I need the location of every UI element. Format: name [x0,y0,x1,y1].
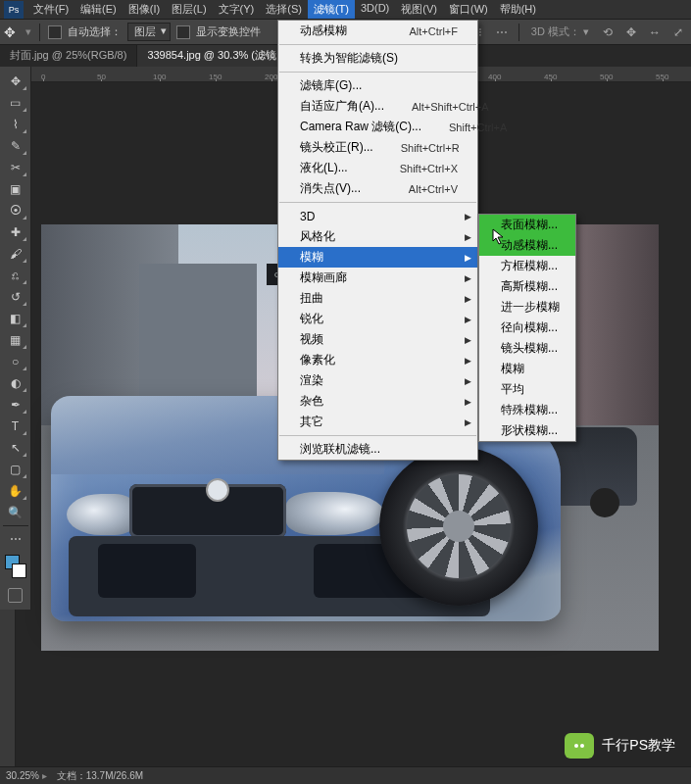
color-swatches[interactable] [3,553,28,580]
quick-select-tool[interactable]: ✎ [3,135,28,157]
move-tool[interactable]: ✥ [3,71,28,92]
auto-select-label: 自动选择： [68,24,122,39]
submenu-item[interactable]: 平均 [479,379,575,400]
menu-item[interactable]: 风格化 [278,226,477,247]
history-brush-tool[interactable]: ↺ [3,286,28,308]
edit-toolbar[interactable]: ⋯ [3,528,28,550]
marquee-tool[interactable]: ▭ [3,92,28,114]
menu-item[interactable]: 杂色 [278,391,477,412]
menu-item[interactable]: 消失点(V)...Alt+Ctrl+V [278,178,477,199]
blur-tool[interactable]: ○ [3,351,28,372]
menu-item[interactable]: 转换为智能滤镜(S) [278,48,477,69]
menu-item[interactable]: 液化(L)...Shift+Ctrl+X [278,158,477,178]
submenu-item[interactable]: 模糊 [479,359,575,379]
submenu-item[interactable]: 径向模糊... [479,318,575,338]
submenu-item[interactable]: 高斯模糊... [479,276,575,297]
submenu-item[interactable]: 特殊模糊... [479,400,575,420]
menu-item[interactable]: 扭曲 [278,288,477,309]
menu-item[interactable]: 3D [278,206,477,226]
menu-item[interactable]: 镜头校正(R)...Shift+Ctrl+R [278,137,477,158]
layer-group-select[interactable]: 图层 [127,23,171,41]
menu-item[interactable]: Camera Raw 滤镜(C)...Shift+Ctrl+A [278,117,477,137]
eyedropper-tool[interactable]: ⦿ [3,200,28,221]
menu-item[interactable]: 渲染 [278,370,477,391]
pen-tool[interactable]: ✒ [3,394,28,416]
blur-submenu: 表面模糊...动感模糊...方框模糊...高斯模糊...进一步模糊径向模糊...… [478,214,576,442]
menu-item[interactable]: 像素化 [278,350,477,370]
menubar: Ps 文件(F)编辑(E)图像(I)图层(L)文字(Y)选择(S)滤镜(T)3D… [0,0,691,20]
menu-8[interactable]: 视图(V) [395,0,443,19]
watermark: 千行PS教学 [565,733,675,759]
menu-2[interactable]: 图像(I) [123,0,166,19]
3d-orbit-icon[interactable]: ⟲ [599,24,617,41]
submenu-item[interactable]: 表面模糊... [479,215,575,235]
hand-tool[interactable]: ✋ [3,480,28,502]
filter-menu: 动感模糊Alt+Ctrl+F转换为智能滤镜(S)滤镜库(G)...自适应广角(A… [277,20,478,461]
menu-10[interactable]: 帮助(H) [494,0,542,19]
menu-6[interactable]: 滤镜(T) [308,0,355,19]
brush-tool[interactable]: 🖌 [3,243,28,265]
frame-tool[interactable]: ▣ [3,178,28,200]
healing-tool[interactable]: ✚ [3,221,28,243]
document-tab[interactable]: 339854.jpg @ 30.3% (滤镜 [137,45,287,67]
submenu-item[interactable]: 形状模糊... [479,420,575,441]
menu-4[interactable]: 文字(Y) [213,0,261,19]
submenu-item[interactable]: 镜头模糊... [479,338,575,359]
3d-slide-icon[interactable]: ↔ [646,24,664,41]
show-transform-checkbox[interactable] [176,25,190,39]
type-tool[interactable]: T [3,416,28,437]
auto-select-checkbox[interactable] [48,25,62,39]
menu-item[interactable]: 自适应广角(A)...Alt+Shift+Ctrl+A [278,96,477,117]
gradient-tool[interactable]: ▦ [3,329,28,351]
menu-1[interactable]: 编辑(E) [74,0,123,19]
more-icon[interactable]: ⋯ [493,24,511,41]
3d-scale-icon[interactable]: ⤢ [669,24,687,41]
quick-mask-toggle[interactable] [3,584,28,606]
menu-0[interactable]: 文件(F) [27,0,74,19]
menu-item[interactable]: 浏览联机滤镜... [278,439,477,460]
submenu-item[interactable]: 方框模糊... [479,256,575,276]
menu-item[interactable]: 动感模糊Alt+Ctrl+F [278,21,477,41]
document-tab[interactable]: 封面.jpg @ 25%(RGB/8) [0,45,137,67]
menu-item[interactable]: 滤镜库(G)... [278,75,477,96]
eraser-tool[interactable]: ◧ [3,308,28,329]
wechat-icon [565,733,594,759]
path-select-tool[interactable]: ↖ [3,437,28,459]
menu-9[interactable]: 窗口(W) [443,0,494,19]
submenu-item[interactable]: 动感模糊... [479,235,575,256]
3d-mode-select[interactable]: 3D 模式： [527,24,593,39]
menu-item[interactable]: 其它 [278,412,477,432]
menu-3[interactable]: 图层(L) [166,0,212,19]
stamp-tool[interactable]: ⎌ [3,265,28,286]
menu-item[interactable]: 模糊 [278,247,477,268]
watermark-text: 千行PS教学 [602,737,675,755]
submenu-item[interactable]: 进一步模糊 [479,297,575,318]
menu-item[interactable]: 视频 [278,329,477,350]
menu-7[interactable]: 3D(D) [355,0,395,19]
status-bar: 30.25% 文档：13.7M/26.6M [0,766,691,784]
dodge-tool[interactable]: ◐ [3,372,28,394]
zoom-tool[interactable]: 🔍 [3,502,28,523]
shape-tool[interactable]: ▢ [3,459,28,480]
crop-tool[interactable]: ✂ [3,157,28,178]
menu-item[interactable]: 锐化 [278,309,477,329]
tools-panel: ✥▭⌇✎✂▣⦿✚🖌⎌↺◧▦○◐✒T↖▢✋🔍⋯ [0,67,31,610]
menu-5[interactable]: 选择(S) [260,0,308,19]
zoom-level[interactable]: 30.25% [6,770,47,781]
ps-logo: Ps [4,1,24,19]
show-transform-label: 显示变换控件 [196,24,261,39]
doc-info: 文档：13.7M/26.6M [57,769,143,783]
lasso-tool[interactable]: ⌇ [3,114,28,135]
menu-item[interactable]: 模糊画廊 [278,268,477,288]
3d-pan-icon[interactable]: ✥ [622,24,640,41]
move-icon [4,24,20,40]
